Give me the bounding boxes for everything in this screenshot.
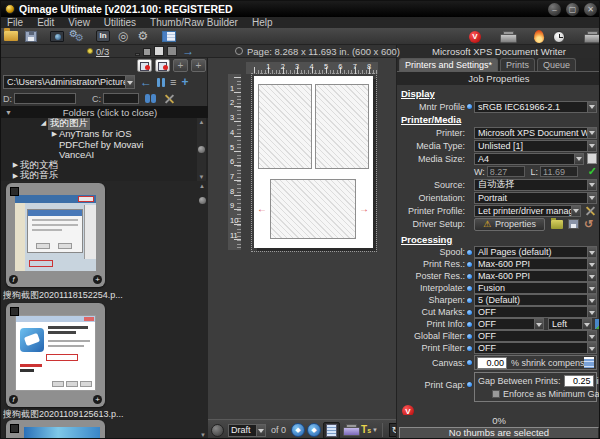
dropdown-button[interactable]: [587, 271, 596, 281]
blue-dot-icon[interactable]: [467, 322, 472, 327]
lightning-in-button[interactable]: In: [93, 28, 113, 44]
dropdown-button[interactable]: [587, 141, 596, 151]
menu-file[interactable]: File: [7, 17, 23, 28]
drive-d-input[interactable]: [14, 93, 76, 104]
print-info-combo[interactable]: OFF: [474, 318, 544, 330]
print-region[interactable]: [315, 84, 369, 169]
thumbnail-image[interactable]: [15, 195, 96, 271]
thumb-checkbox[interactable]: [10, 307, 19, 316]
next-page-button[interactable]: ◆: [307, 423, 321, 437]
thumb-checkbox[interactable]: [10, 424, 19, 433]
acquire-button[interactable]: [47, 28, 67, 44]
folder-path-combo[interactable]: C:\Users\Administrator\Pictures: [3, 75, 135, 89]
blue-dot-icon[interactable]: [467, 286, 472, 291]
tools-icon[interactable]: [163, 93, 176, 105]
v-badge-icon[interactable]: V: [402, 405, 414, 415]
media-size-combo[interactable]: A4: [474, 153, 584, 165]
thumb-size-small-icon[interactable]: [135, 53, 140, 56]
thumb-add-icon[interactable]: +: [93, 395, 102, 404]
folders-header[interactable]: ▼ Folders (click to close): [1, 106, 208, 118]
back-arrow-icon[interactable]: ←: [140, 76, 152, 88]
dropdown-button[interactable]: [587, 180, 596, 190]
tree-item-pdfchef[interactable]: PDFChef by Movavi: [1, 139, 208, 150]
dropdown-button[interactable]: [574, 154, 583, 164]
thumbnail-image[interactable]: [15, 315, 96, 391]
settings-button[interactable]: ⚙: [133, 28, 153, 44]
thumbnail-scrollbar[interactable]: ▲: [197, 183, 207, 438]
print-info-style-icon[interactable]: [595, 319, 600, 329]
add-path-icon[interactable]: +: [181, 76, 188, 88]
shrink-compensation-input[interactable]: 0.00: [477, 357, 507, 369]
tree-item-music[interactable]: ▶ 我的音乐: [1, 171, 208, 182]
print-button[interactable]: [497, 29, 517, 45]
thumb-size-selector[interactable]: [135, 46, 177, 56]
enforce-min-gap-checkbox[interactable]: [492, 390, 500, 398]
print-region[interactable]: [258, 84, 312, 169]
dropdown-button[interactable]: [587, 102, 596, 112]
drive-c-input[interactable]: [103, 93, 139, 104]
thumb-size-xlarge-icon[interactable]: [167, 46, 177, 56]
blue-dot-icon[interactable]: [467, 310, 472, 315]
filter-raw-button[interactable]: [155, 59, 170, 72]
sphere-icon[interactable]: [211, 424, 224, 437]
driver-save-icon[interactable]: [568, 219, 579, 229]
print-queue-button[interactable]: [581, 29, 600, 45]
global-filter-combo[interactable]: OFF: [474, 330, 597, 342]
version-badge-button[interactable]: V: [465, 29, 485, 45]
blue-dot-icon[interactable]: [467, 334, 472, 339]
add-to-queue-arrow-icon[interactable]: →: [182, 45, 194, 57]
tree-item-anytrans[interactable]: ▶ AnyTrans for iOS: [1, 129, 208, 140]
mntr-profile-combo[interactable]: sRGB IEC61966-2.1: [474, 101, 597, 113]
search-binoculars-icon[interactable]: [145, 94, 157, 103]
source-combo[interactable]: 自动选择: [474, 179, 597, 191]
minimize-button[interactable]: –: [548, 3, 561, 16]
thumb-size-medium-icon[interactable]: [143, 48, 151, 56]
open-folder-button[interactable]: [1, 28, 21, 44]
thumbnail-grid-button[interactable]: [159, 28, 179, 44]
expanded-arrow-icon[interactable]: ◢: [39, 119, 48, 127]
spool-combo[interactable]: All Pages (default): [474, 246, 597, 258]
dropdown-button[interactable]: [587, 331, 596, 341]
resize-handle-left-icon[interactable]: ←: [257, 204, 267, 214]
sharpen-combo[interactable]: 5 (Default): [474, 294, 597, 306]
print-res-combo[interactable]: Max-600 PPI: [474, 258, 597, 270]
page-canvas[interactable]: ← →: [254, 76, 373, 248]
blue-dot-icon[interactable]: [467, 298, 472, 303]
dropdown-button[interactable]: [571, 206, 580, 216]
poster-res-combo[interactable]: Max-600 PPI: [474, 270, 597, 282]
driver-save-profile-icon[interactable]: [551, 220, 563, 229]
resize-handle-right-icon[interactable]: →: [359, 204, 369, 214]
blue-dot-icon[interactable]: [467, 346, 472, 351]
maximize-button[interactable]: ▢: [566, 3, 579, 16]
tab-queue[interactable]: Queue: [537, 58, 576, 71]
dropdown-button[interactable]: [587, 283, 596, 293]
thumb-size-large-icon[interactable]: [154, 46, 164, 56]
width-input[interactable]: 8.27: [487, 166, 525, 177]
print-page-button[interactable]: [342, 422, 359, 439]
zoom-out-thumbs-button[interactable]: +: [191, 59, 206, 72]
copyright-button[interactable]: ◎: [113, 28, 133, 44]
dropdown-button[interactable]: [587, 307, 596, 317]
dropdown-button[interactable]: [587, 247, 596, 257]
dropdown-button[interactable]: [582, 319, 591, 329]
dropdown-button[interactable]: [587, 343, 596, 353]
thumbnail-card[interactable]: f +: [6, 183, 105, 287]
text-size-button[interactable]: Ts▼: [361, 422, 378, 439]
properties-button[interactable]: ⚠ Properties: [474, 218, 545, 231]
collapsed-arrow-icon[interactable]: ▶: [11, 161, 20, 169]
driver-undo-icon[interactable]: ↺: [584, 219, 593, 230]
zoom-in-thumbs-button[interactable]: +: [173, 59, 188, 72]
interpolate-combo[interactable]: Fusion: [474, 282, 597, 294]
blue-dot-icon[interactable]: [467, 262, 472, 267]
dropdown-button[interactable]: [587, 295, 596, 305]
pause-icon[interactable]: [157, 78, 165, 87]
menu-help[interactable]: Help: [252, 17, 273, 28]
dropdown-button[interactable]: [587, 128, 596, 138]
print-filter-combo[interactable]: OFF: [474, 342, 597, 354]
dropdown-button[interactable]: [587, 193, 596, 203]
blue-dot-icon[interactable]: [467, 104, 472, 109]
custom-size-icon[interactable]: [587, 153, 597, 164]
prev-page-button[interactable]: ◆: [291, 423, 305, 437]
folder-list-icon[interactable]: ≡: [170, 77, 176, 88]
media-type-combo[interactable]: Unlisted [1]: [474, 140, 597, 152]
